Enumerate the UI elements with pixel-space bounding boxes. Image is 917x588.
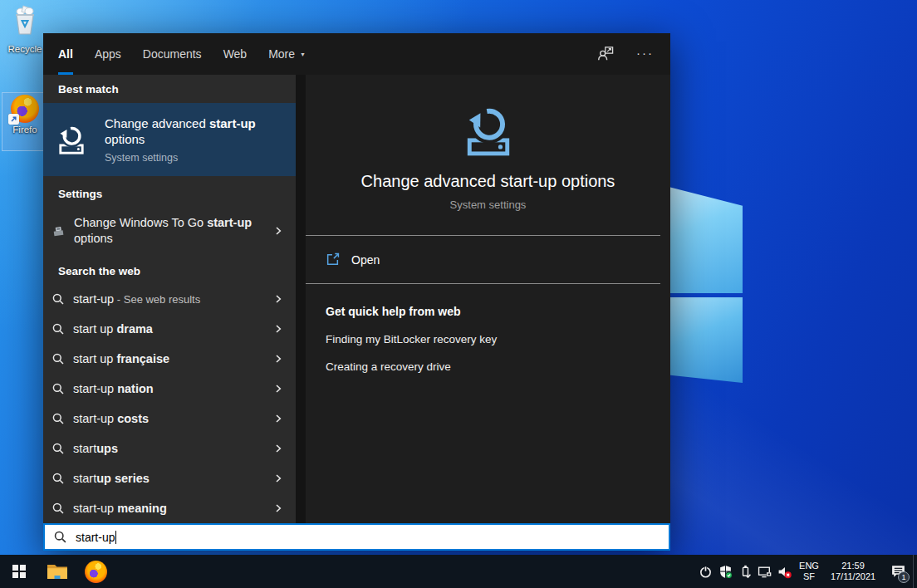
advanced-startup-icon-large	[463, 105, 514, 156]
tab-label: More	[268, 47, 295, 61]
firefox-icon	[85, 561, 107, 583]
tab-label: Documents	[143, 47, 202, 61]
tab-web[interactable]: Web	[223, 33, 248, 75]
taskbar-clock[interactable]: 21:59 17/11/2021	[823, 561, 883, 582]
more-options-icon[interactable]: ···	[636, 46, 654, 63]
chevron-right-icon	[272, 473, 284, 484]
language-indicator[interactable]: ENG SF	[795, 561, 823, 582]
start-button[interactable]	[0, 555, 38, 588]
sign-in-options-icon[interactable]	[596, 45, 615, 63]
suggestion-text: start-up nation	[73, 382, 272, 395]
text-cursor	[115, 531, 116, 544]
search-icon	[51, 382, 65, 395]
search-results-panel: Best match Change advanced start-up opti…	[43, 75, 306, 523]
chevron-right-icon	[272, 502, 284, 514]
section-header-search-the-web: Search the web	[43, 265, 296, 277]
advanced-startup-icon	[56, 125, 86, 154]
open-action[interactable]: Open	[306, 236, 670, 283]
chevron-right-icon	[272, 225, 284, 237]
web-suggestion-item[interactable]: start-up meaning	[43, 493, 296, 523]
tab-apps[interactable]: Apps	[95, 33, 121, 75]
web-suggestion-item[interactable]: start up française	[43, 344, 296, 374]
web-suggestion-item[interactable]: start-up costs	[43, 404, 296, 434]
suggestion-text: startup series	[73, 472, 272, 485]
taskbar-firefox-button[interactable]	[76, 555, 115, 588]
tray-network-icon[interactable]	[755, 555, 775, 588]
suggestion-text: start-up - See web results	[73, 292, 272, 306]
tab-label: All	[58, 47, 73, 61]
wallpaper-logo-pane-top	[670, 185, 743, 293]
help-link-recovery-drive[interactable]: Creating a recovery drive	[326, 360, 451, 373]
result-title: Change advanced start-up	[105, 115, 256, 131]
desktop-icon-label: Recycle	[2, 44, 48, 55]
suggestion-text: start up française	[73, 352, 272, 365]
suggestion-text: startups	[73, 442, 272, 455]
search-icon	[51, 322, 65, 336]
tray-windows-security-icon[interactable]	[715, 555, 735, 588]
web-suggestions-list: start-up - See web results start up dram…	[43, 284, 296, 523]
action-center-button[interactable]: 1	[883, 555, 913, 588]
clock-date: 17/11/2021	[823, 571, 883, 582]
search-input-value: start-up	[76, 531, 115, 544]
tray-volume-muted-icon[interactable]	[775, 555, 795, 588]
desktop-icon-label: Firefo	[2, 125, 47, 135]
desktop-icon-firefox[interactable]: Firefo	[2, 92, 48, 151]
help-link-bitlocker[interactable]: Finding my BitLocker recovery key	[326, 333, 497, 345]
language-code: ENG	[797, 561, 821, 571]
title-text: Change advanced	[105, 116, 209, 130]
web-suggestion-item[interactable]: start-up - See web results	[43, 284, 296, 314]
file-explorer-icon	[47, 562, 68, 581]
suggestion-text: start-up costs	[73, 412, 272, 425]
search-icon	[51, 442, 65, 455]
settings-result-windows-to-go[interactable]: Change Windows To Go start-up options	[43, 207, 296, 255]
open-external-icon	[326, 252, 340, 267]
tray-usb-icon[interactable]	[735, 555, 755, 588]
preview-title: Change advanced start-up options	[306, 172, 670, 191]
title-match-text: start-up	[209, 116, 256, 130]
best-match-result[interactable]: Change advanced start-up options System …	[43, 103, 296, 176]
section-header-settings: Settings	[43, 188, 296, 200]
search-icon	[51, 412, 65, 425]
search-icon	[51, 502, 65, 515]
web-suggestion-item[interactable]: start up drama	[43, 314, 296, 344]
tab-label: Apps	[95, 47, 121, 61]
keyboard-layout-code: SF	[797, 571, 821, 582]
tab-documents[interactable]: Documents	[143, 33, 202, 75]
clock-time: 21:59	[823, 561, 883, 571]
taskbar-search-input[interactable]: start-up	[43, 523, 670, 551]
chevron-right-icon	[272, 293, 284, 305]
chevron-right-icon	[272, 353, 284, 365]
tab-all[interactable]: All	[58, 33, 73, 75]
open-action-label: Open	[351, 253, 380, 267]
wallpaper-logo-pane-bottom	[670, 297, 743, 383]
search-flyout-window: All Apps Documents Web More ▼ ··· Best m…	[43, 33, 670, 551]
windows-logo-icon	[12, 565, 26, 578]
chevron-right-icon	[272, 443, 284, 454]
desktop-icon-recycle-bin[interactable]: Recycle	[2, 4, 48, 55]
system-tray: ENG SF 21:59 17/11/2021 1	[695, 555, 917, 588]
web-suggestion-item[interactable]: startups	[43, 434, 296, 463]
preview-subtitle: System settings	[306, 198, 670, 211]
shortcut-arrow-icon	[8, 114, 19, 125]
taskbar: ENG SF 21:59 17/11/2021 1	[0, 555, 917, 588]
search-filter-bar: All Apps Documents Web More ▼ ···	[43, 33, 670, 75]
search-icon	[51, 292, 65, 306]
web-suggestion-item[interactable]: startup series	[43, 463, 296, 493]
web-suggestion-item[interactable]: start-up nation	[43, 374, 296, 404]
show-desktop-button[interactable]	[913, 555, 917, 588]
taskbar-file-explorer-button[interactable]	[38, 555, 76, 588]
suggestion-text: start-up meaning	[73, 502, 272, 515]
chevron-down-icon: ▼	[300, 51, 306, 57]
windows-to-go-icon	[51, 224, 66, 238]
recycle-bin-icon	[8, 4, 42, 39]
chevron-right-icon	[272, 413, 284, 424]
firefox-icon	[11, 95, 39, 123]
search-icon	[51, 472, 65, 485]
result-title: Change Windows To Go start-up options	[74, 215, 272, 247]
chevron-right-icon	[272, 323, 284, 335]
suggestion-text: start up drama	[73, 322, 272, 336]
tray-power-icon[interactable]	[695, 555, 715, 588]
section-header-best-match: Best match	[43, 83, 296, 96]
tab-more[interactable]: More ▼	[268, 33, 306, 75]
title-text: Change Windows To Go	[74, 216, 207, 229]
